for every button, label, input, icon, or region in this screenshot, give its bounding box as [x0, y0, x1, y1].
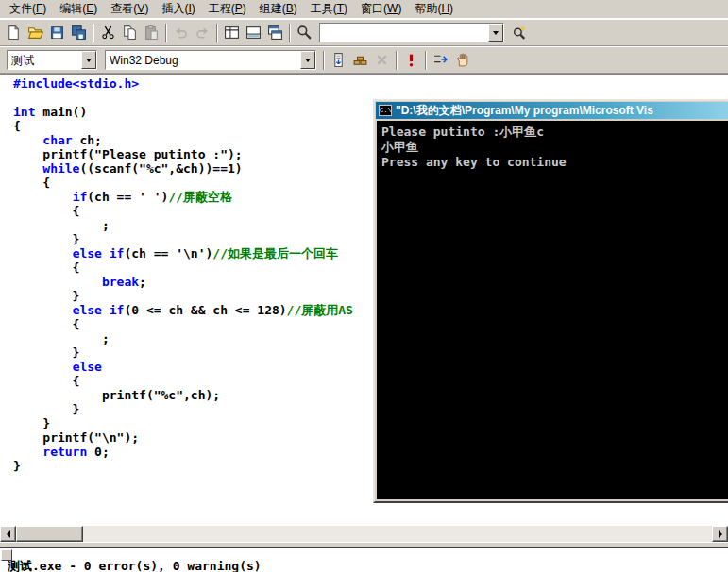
compile-button[interactable]	[328, 50, 349, 71]
console-icon: C:\	[379, 105, 392, 116]
breakpoint-icon	[454, 52, 470, 68]
menu-item-f[interactable]: 文件(F)	[3, 0, 53, 19]
build-icon	[352, 52, 368, 68]
save-icon	[49, 25, 65, 41]
toolbar-separator	[323, 51, 325, 70]
find-combo-dropdown-button[interactable]	[488, 24, 503, 42]
new-file-button[interactable]	[3, 23, 25, 43]
go-debug-button[interactable]	[430, 50, 451, 71]
menu-item-i[interactable]: 插入(I)	[155, 0, 201, 19]
toolbar-separator	[425, 51, 427, 70]
scrollbar-track[interactable]	[16, 526, 712, 542]
menu-item-w[interactable]: 窗口(W)	[354, 0, 408, 19]
scroll-right-button[interactable]	[712, 526, 728, 542]
scrollbar-thumb[interactable]	[16, 526, 83, 542]
find-in-files-button[interactable]	[294, 23, 315, 43]
undo-icon	[173, 25, 189, 41]
menu-item-t[interactable]: 工具(T)	[304, 0, 354, 19]
config-combo[interactable]: Win32 Debug	[105, 50, 316, 70]
cut-icon	[100, 25, 116, 41]
chevron-down-icon	[493, 31, 499, 35]
config-combo-value[interactable]: Win32 Debug	[106, 51, 300, 69]
save-all-button[interactable]	[68, 23, 90, 43]
chevron-down-icon	[86, 59, 92, 62]
toolbar-separator	[396, 51, 398, 70]
redo-icon	[195, 25, 211, 41]
build-output-text: 测试.exe - 0 error(s), 0 warning(s)	[8, 558, 728, 572]
output-icon	[245, 25, 262, 41]
toggle-breakpoint-button[interactable]	[451, 50, 473, 71]
editor-horizontal-scrollbar[interactable]	[0, 526, 728, 542]
console-output-line: Please putinto :小甲鱼c	[381, 125, 723, 140]
workspace-toggle-button[interactable]	[221, 23, 243, 43]
new-file-icon	[6, 25, 22, 41]
project-combo-dropdown-button[interactable]	[81, 51, 96, 69]
console-body[interactable]: Please putinto :小甲鱼c小甲鱼Press any key to …	[377, 121, 728, 499]
console-window: C:\ "D:\我的文档\Program\My program\Microsof…	[373, 99, 728, 503]
copy-icon	[122, 25, 138, 41]
menu-item-b[interactable]: 组建(B)	[253, 0, 304, 19]
open-file-button[interactable]	[25, 23, 46, 43]
console-output-line: 小甲鱼	[381, 140, 723, 155]
stop-build-icon	[374, 52, 390, 68]
undo-button[interactable]	[170, 23, 192, 43]
toolbar-separator	[216, 24, 218, 42]
project-combo[interactable]: 测试	[7, 50, 97, 70]
project-combo-value[interactable]: 测试	[8, 51, 81, 69]
redo-button[interactable]	[192, 23, 213, 43]
execute-icon	[403, 52, 419, 68]
console-output-line: Press any key to continue	[381, 155, 723, 170]
find-combo-value[interactable]	[320, 24, 488, 42]
toolbar-separator	[93, 24, 94, 42]
find-combo[interactable]	[319, 23, 504, 42]
menu-item-h[interactable]: 帮助(H)	[408, 0, 460, 19]
compile-icon	[330, 52, 347, 68]
paste-icon	[144, 25, 160, 41]
window-list-button[interactable]	[264, 23, 286, 43]
windows-icon	[267, 25, 283, 41]
copy-button[interactable]	[119, 23, 141, 43]
chevron-down-icon	[305, 59, 311, 62]
output-gripper[interactable]	[1, 549, 12, 561]
workspace-icon	[224, 25, 240, 41]
execute-program-button[interactable]	[400, 50, 422, 71]
paste-button[interactable]	[141, 23, 162, 43]
console-title-text: "D:\我的文档\Program\My program\Microsoft Vi…	[396, 103, 653, 119]
stop-build-button[interactable]	[371, 50, 393, 71]
save-all-icon	[71, 25, 87, 41]
open-folder-icon	[27, 25, 43, 41]
console-title-bar[interactable]: C:\ "D:\我的文档\Program\My program\Microsof…	[376, 102, 728, 119]
arrow-right-icon	[719, 530, 722, 538]
search-program-icon	[511, 25, 527, 41]
output-toggle-button[interactable]	[243, 23, 264, 43]
scroll-left-button[interactable]	[0, 526, 16, 542]
output-pane[interactable]: 测试.exe - 0 error(s), 0 warning(s)	[0, 547, 728, 572]
menu-item-p[interactable]: 工程(P)	[202, 0, 253, 19]
toolbar-standard	[0, 19, 728, 46]
arrow-left-icon	[7, 530, 10, 538]
cut-button[interactable]	[97, 23, 119, 43]
go-icon	[432, 52, 449, 68]
config-combo-dropdown-button[interactable]	[300, 51, 315, 69]
menu-item-v[interactable]: 查看(V)	[104, 0, 155, 19]
save-button[interactable]	[46, 23, 68, 43]
build-button[interactable]	[349, 50, 371, 71]
vc6-ide-window: 文件(F)编辑(E)查看(V)插入(I)工程(P)组建(B)工具(T)窗口(W)…	[0, 0, 728, 572]
search-program-button[interactable]	[508, 23, 530, 43]
toolbar-build: 测试Win32 Debug	[0, 46, 728, 74]
code-line: #include<stdio.h>	[13, 76, 728, 91]
find-in-files-icon	[296, 25, 313, 41]
toolbar-separator	[289, 24, 291, 42]
menu-bar: 文件(F)编辑(E)查看(V)插入(I)工程(P)组建(B)工具(T)窗口(W)…	[0, 0, 728, 19]
toolbar-separator	[165, 24, 167, 42]
menu-item-e[interactable]: 编辑(E)	[53, 0, 104, 19]
